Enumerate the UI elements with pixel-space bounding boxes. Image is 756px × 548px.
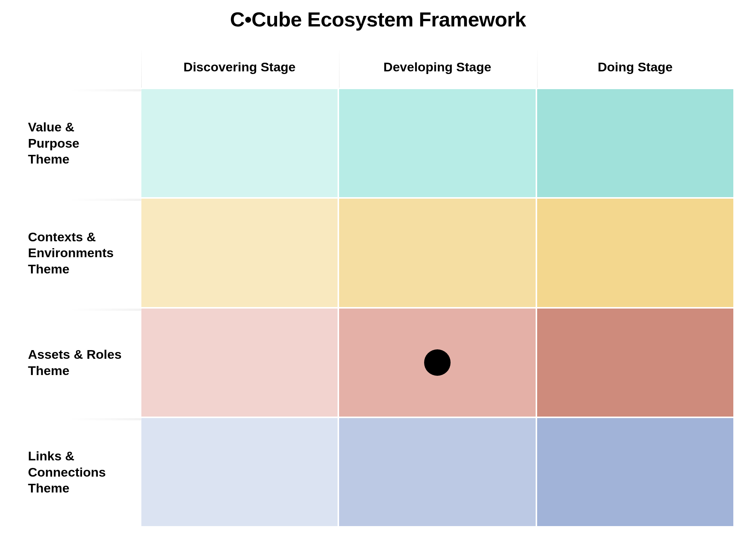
framework-grid: Discovering Stage Developing Stage Doing… bbox=[23, 46, 733, 526]
row-header-value-purpose: Value & Purpose Theme bbox=[23, 89, 140, 197]
cell-contexts-environments-discovering bbox=[141, 199, 338, 307]
cell-links-connections-developing bbox=[339, 418, 535, 526]
cell-contexts-environments-doing bbox=[537, 199, 733, 307]
cell-assets-roles-doing bbox=[537, 309, 733, 417]
column-header-discovering: Discovering Stage bbox=[141, 46, 338, 88]
cell-contexts-environments-developing bbox=[339, 199, 535, 307]
column-header-developing: Developing Stage bbox=[339, 46, 535, 88]
row-header-links-connections: Links & Connections Theme bbox=[23, 418, 140, 526]
cell-links-connections-doing bbox=[537, 418, 733, 526]
cell-value-purpose-doing bbox=[537, 89, 733, 197]
cell-value-purpose-developing bbox=[339, 89, 535, 197]
row-header-contexts-environments: Contexts & Environments Theme bbox=[23, 199, 140, 307]
cell-assets-roles-discovering bbox=[141, 309, 338, 417]
cell-value-purpose-discovering bbox=[141, 89, 338, 197]
column-header-doing: Doing Stage bbox=[537, 46, 733, 88]
row-header-assets-roles: Assets & Roles Theme bbox=[23, 309, 140, 417]
cell-links-connections-discovering bbox=[141, 418, 338, 526]
cell-assets-roles-developing bbox=[339, 309, 535, 417]
grid-corner-empty bbox=[23, 46, 140, 88]
position-marker-icon bbox=[424, 349, 451, 376]
diagram-title: C•Cube Ecosystem Framework bbox=[23, 8, 733, 31]
